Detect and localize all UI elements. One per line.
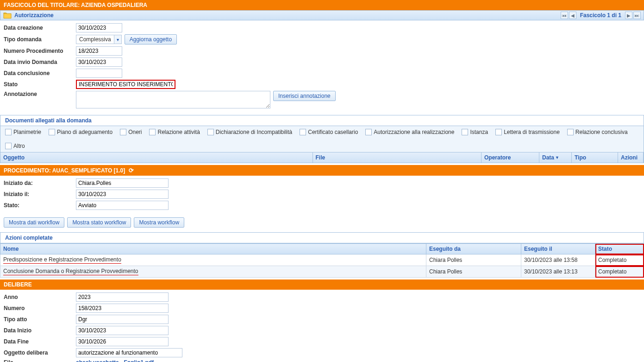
col-oggetto[interactable]: Oggetto: [0, 152, 313, 163]
fascicolo-header: FASCICOLO DEL TITOLARE: AZIENDA OSPEDALI…: [0, 0, 644, 10]
doc-type-label: Autorizzazione alla realizzazione: [374, 129, 454, 135]
autorizzazione-bar: Autorizzazione ⏮ ◀ Fascicolo 1 di 1 ▶ ⏭: [0, 10, 644, 20]
nav-last-icon[interactable]: ⏭: [633, 12, 641, 19]
azioni-table: Nome Eseguito da Eseguito il Stato Predi…: [0, 243, 644, 278]
stato-input[interactable]: [76, 80, 175, 89]
doc-type-item[interactable]: Relazione conclusiva: [567, 129, 628, 135]
checkbox-icon[interactable]: [567, 129, 574, 135]
tipo-domanda-select[interactable]: Complessiva ▾: [76, 35, 122, 44]
numero-procedimento-label: Numero Procedimento: [4, 48, 73, 54]
iniziato-da-input[interactable]: [76, 178, 169, 188]
doc-type-item[interactable]: Dichiarazione di Incompatibilità: [207, 129, 292, 135]
doc-type-item[interactable]: Lettera di trasmissione: [495, 129, 560, 135]
checkbox-icon[interactable]: [5, 129, 12, 135]
checkbox-icon[interactable]: [49, 129, 55, 135]
doc-type-item[interactable]: Oneri: [120, 129, 142, 135]
data-conclusione-input[interactable]: [76, 69, 122, 78]
azione-nome: Predisposizione e Registrazione Provvedi…: [3, 256, 121, 264]
azioni-col-stato[interactable]: Stato: [595, 244, 644, 254]
azioni-col-eseguito-da[interactable]: Eseguito da: [426, 244, 521, 254]
file-label: File: [4, 359, 73, 362]
checkbox-icon[interactable]: [365, 129, 372, 135]
doc-type-label: Certificato casellario: [308, 129, 358, 135]
procedimento-header-text: PROCEDIMENTO: AUAC_SEMPLIFICATO [1.0]: [4, 167, 125, 174]
mostra-workflow-button[interactable]: Mostra workflow: [134, 217, 184, 228]
azione-eseguito-da: Chiara Polles: [426, 266, 521, 278]
checkbox-icon[interactable]: [300, 129, 306, 135]
iniziato-il-input[interactable]: [76, 190, 169, 199]
data-conclusione-label: Data conclusione: [4, 70, 73, 76]
nav-next-icon[interactable]: ▶: [625, 12, 632, 19]
doc-type-item[interactable]: Piano di adeguamento: [49, 129, 113, 135]
chevron-down-icon: ▾: [114, 35, 121, 44]
data-inizio-input[interactable]: [76, 326, 169, 335]
col-tipo[interactable]: Tipo: [572, 152, 618, 163]
checkbox-icon[interactable]: [149, 129, 156, 135]
azione-nome: Conclusione Domanda o Registrazione Prov…: [3, 268, 138, 275]
checkbox-icon[interactable]: [207, 129, 214, 135]
folder-icon: [3, 12, 12, 19]
anno-label: Anno: [4, 294, 73, 300]
doc-type-label: Dichiarazione di Incompatibilità: [216, 129, 292, 135]
file-link[interactable]: check vaschette - Foglio1.pdf: [76, 359, 154, 362]
mostra-stato-workflow-button[interactable]: Mostra stato workflow: [67, 217, 131, 228]
tipo-domanda-value: Complessiva: [76, 35, 114, 44]
data-fine-label: Data Fine: [4, 338, 73, 345]
mostra-dati-workflow-button[interactable]: Mostra dati workflow: [4, 217, 64, 228]
azione-stato: Completato: [595, 254, 644, 266]
tipo-atto-label: Tipo atto: [4, 316, 73, 323]
oggetto-delibera-input[interactable]: [76, 348, 182, 357]
doc-type-item[interactable]: Istanza: [462, 129, 488, 135]
col-file[interactable]: File: [313, 152, 482, 163]
azioni-col-nome[interactable]: Nome: [0, 244, 426, 254]
numero-input[interactable]: [76, 304, 169, 313]
col-operatore[interactable]: Operatore: [481, 152, 539, 163]
doc-type-item[interactable]: Relazione attività: [149, 129, 200, 135]
annotazione-textarea[interactable]: [76, 91, 270, 108]
doc-type-checks: PlanimetriePiano di adeguamentoOneriRela…: [0, 126, 644, 152]
azioni-col-eseguito-il[interactable]: Eseguito il: [521, 244, 595, 254]
doc-type-item[interactable]: Altro: [5, 143, 25, 149]
nav-first-icon[interactable]: ⏮: [561, 12, 568, 19]
data-invio-label: Data invio Domanda: [4, 59, 73, 65]
inserisci-annotazione-button[interactable]: Inserisci annotazione: [273, 91, 336, 101]
doc-type-label: Relazione attività: [157, 129, 200, 135]
checkbox-icon[interactable]: [5, 143, 12, 149]
azione-eseguito-da: Chiara Polles: [426, 254, 521, 266]
doc-type-item[interactable]: Planimetrie: [5, 129, 41, 135]
checkbox-icon[interactable]: [495, 129, 502, 135]
anno-input[interactable]: [76, 292, 169, 302]
azioni-completate-header: Azioni completate: [0, 232, 644, 243]
data-invio-input[interactable]: [76, 57, 122, 67]
data-fine-input[interactable]: [76, 337, 169, 346]
checkbox-icon[interactable]: [462, 129, 468, 135]
documenti-columns: Oggetto File Operatore Data▼ Tipo Azioni: [0, 152, 644, 163]
azione-eseguito-il: 30/10/2023 alle 13:58: [521, 254, 595, 266]
procedimento-header: PROCEDIMENTO: AUAC_SEMPLIFICATO [1.0] ⟳: [0, 165, 644, 176]
nav-prev-icon[interactable]: ◀: [569, 12, 576, 19]
fascicolo-form: Data creazione Tipo domanda Complessiva …: [0, 20, 644, 113]
refresh-icon[interactable]: ⟳: [129, 167, 134, 174]
data-creazione-input[interactable]: [76, 23, 122, 32]
delibere-form: Anno Numero Tipo atto Data Inizio Data F…: [0, 290, 644, 362]
doc-type-label: Istanza: [470, 129, 488, 135]
oggetto-delibera-label: Oggetto delibera: [4, 349, 73, 356]
proc-stato-label: Stato:: [4, 202, 73, 209]
doc-type-item[interactable]: Autorizzazione alla realizzazione: [365, 129, 454, 135]
col-azioni[interactable]: Azioni: [618, 152, 644, 163]
proc-stato-input[interactable]: [76, 201, 169, 210]
data-creazione-label: Data creazione: [4, 25, 73, 31]
doc-type-label: Piano di adeguamento: [57, 129, 113, 135]
doc-type-item[interactable]: Certificato casellario: [300, 129, 358, 135]
checkbox-icon[interactable]: [120, 129, 126, 135]
data-inizio-label: Data Inizio: [4, 327, 73, 334]
table-row: Predisposizione e Registrazione Provvedi…: [0, 254, 644, 266]
doc-type-label: Relazione conclusiva: [575, 129, 628, 135]
annotazione-label: Annotazione: [4, 91, 73, 97]
documenti-header: Documenti allegati alla domanda: [0, 115, 644, 126]
doc-type-label: Altro: [13, 143, 25, 149]
col-data[interactable]: Data▼: [539, 152, 572, 163]
numero-procedimento-input[interactable]: [76, 46, 122, 56]
aggiorna-oggetto-button[interactable]: Aggiorna oggetto: [125, 34, 177, 44]
tipo-atto-input[interactable]: [76, 315, 169, 324]
